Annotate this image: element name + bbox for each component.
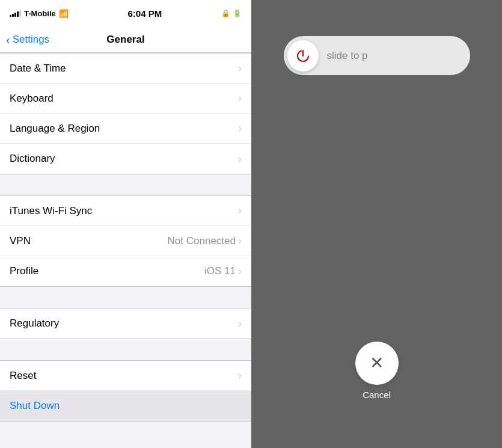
settings-item-language-region[interactable]: Language & Region › [0, 114, 251, 144]
status-bar-left: T-Mobile 📶 [10, 9, 69, 18]
settings-item-label: Date & Time [10, 63, 66, 75]
settings-group-4: Reset › Shut Down [0, 360, 251, 422]
carrier-name: T-Mobile [24, 9, 56, 18]
signal-bar-2 [12, 14, 14, 17]
settings-item-right: › [238, 153, 242, 165]
lock-icon: 🔒 [221, 9, 230, 17]
settings-item-right: › [238, 92, 242, 105]
slide-to-power-off[interactable]: slide to p [284, 36, 470, 75]
power-icon [295, 48, 311, 64]
right-panel: slide to p ✕ Cancel [251, 0, 502, 448]
settings-item-right: iOS 11 › [204, 265, 242, 278]
signal-bars [10, 10, 21, 17]
settings-item-keyboard[interactable]: Keyboard › [0, 84, 251, 114]
settings-item-right: › [238, 318, 242, 330]
settings-item-vpn[interactable]: VPN Not Connected › [0, 226, 251, 256]
cancel-button[interactable]: ✕ [355, 342, 399, 385]
settings-item-reset[interactable]: Reset › [0, 361, 251, 391]
cancel-label: Cancel [363, 390, 391, 400]
settings-item-label: VPN [10, 235, 31, 247]
settings-item-label: Profile [10, 265, 38, 277]
settings-item-label: Language & Region [10, 123, 100, 135]
settings-item-dictionary[interactable]: Dictionary › [0, 144, 251, 174]
settings-item-right: › [238, 62, 242, 75]
settings-list: Date & Time › Keyboard › Language & Regi… [0, 53, 251, 448]
settings-item-right: › [238, 369, 242, 382]
chevron-right-icon: › [238, 122, 242, 135]
back-button[interactable]: ‹ Settings [6, 34, 49, 46]
settings-item-label: Keyboard [10, 93, 54, 105]
signal-bar-1 [10, 15, 11, 17]
settings-item-label: Regulatory [10, 318, 59, 330]
settings-item-regulatory[interactable]: Regulatory › [0, 308, 251, 339]
wifi-icon: 📶 [59, 9, 69, 18]
signal-bar-5 [19, 10, 21, 17]
settings-item-right: › [238, 204, 242, 217]
chevron-right-icon: › [238, 204, 242, 217]
spacer-1 [0, 174, 251, 195]
power-button [287, 40, 319, 72]
chevron-right-icon: › [238, 92, 242, 105]
signal-bar-4 [17, 11, 19, 17]
chevron-right-icon: › [238, 62, 242, 75]
back-chevron-icon: ‹ [6, 34, 10, 46]
chevron-right-icon: › [238, 265, 242, 278]
cancel-container: ✕ Cancel [355, 342, 399, 400]
settings-item-profile[interactable]: Profile iOS 11 › [0, 256, 251, 286]
spacer-3 [0, 339, 251, 360]
status-bar-right: 🔒 🔋 [221, 9, 242, 17]
chevron-right-icon: › [238, 318, 242, 330]
spacer-2 [0, 287, 251, 308]
left-panel: T-Mobile 📶 6:04 PM 🔒 🔋 ‹ Settings Genera… [0, 0, 251, 448]
chevron-right-icon: › [238, 235, 242, 247]
status-bar-time: 6:04 PM [128, 8, 162, 19]
settings-item-value: iOS 11 [204, 265, 236, 277]
chevron-right-icon: › [238, 369, 242, 382]
status-bar: T-Mobile 📶 6:04 PM 🔒 🔋 [0, 0, 251, 26]
back-label[interactable]: Settings [13, 34, 49, 46]
signal-bar-3 [14, 13, 16, 17]
settings-item-label: Dictionary [10, 153, 55, 165]
settings-item-label: iTunes Wi-Fi Sync [10, 205, 92, 217]
close-icon: ✕ [370, 355, 384, 372]
slide-text: slide to p [327, 50, 368, 62]
settings-group-1: Date & Time › Keyboard › Language & Regi… [0, 53, 251, 174]
settings-item-shut-down[interactable]: Shut Down [0, 391, 251, 421]
battery-icon: 🔋 [233, 9, 242, 17]
settings-item-value: Not Connected [168, 235, 236, 247]
settings-item-label: Shut Down [10, 400, 60, 412]
page-title: General [106, 34, 144, 46]
nav-bar: ‹ Settings General [0, 26, 251, 53]
settings-item-date-time[interactable]: Date & Time › [0, 54, 251, 84]
settings-item-label: Reset [10, 370, 36, 382]
settings-item-right: › [238, 122, 242, 135]
settings-group-3: Regulatory › [0, 308, 251, 339]
chevron-right-icon: › [238, 153, 242, 165]
settings-item-right: Not Connected › [168, 235, 242, 247]
settings-group-2: iTunes Wi-Fi Sync › VPN Not Connected › … [0, 195, 251, 287]
settings-item-itunes-wifi-sync[interactable]: iTunes Wi-Fi Sync › [0, 196, 251, 226]
